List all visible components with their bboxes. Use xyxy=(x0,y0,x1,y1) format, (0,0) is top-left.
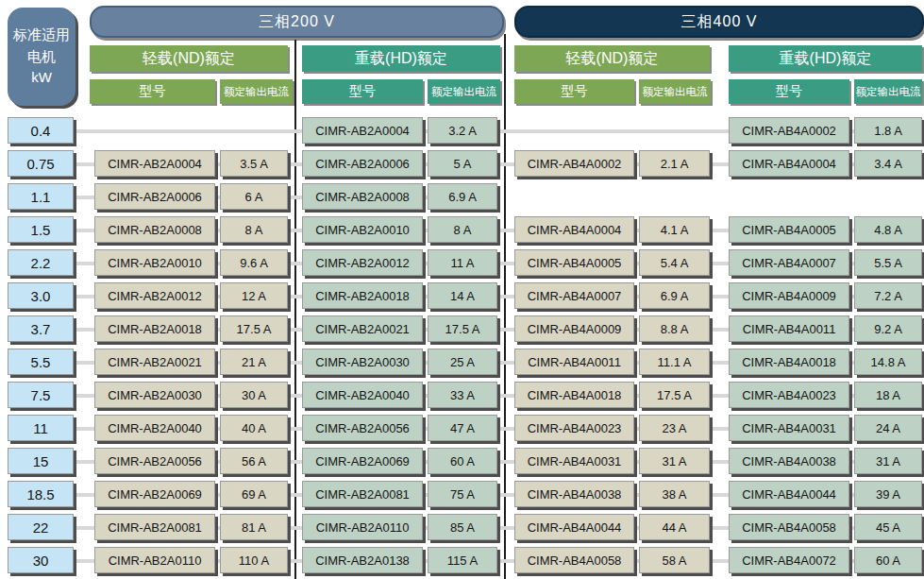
current-cell-nd400: 6.9 A xyxy=(639,282,710,309)
kw-cell: 18.5 xyxy=(8,481,74,507)
model-cell-nd200: CIMR-AB2A0040 xyxy=(94,415,215,441)
current-cell-hd200: 8 A xyxy=(428,216,497,243)
current-cell-nd200: 9.6 A xyxy=(220,249,288,276)
model-cell-hd200: CIMR-AB2A0110 xyxy=(302,514,423,540)
current-cell-hd400: 14.8 A xyxy=(854,349,922,375)
current-cell-hd400: 4.8 A xyxy=(854,216,922,243)
model-cell-nd200: CIMR-AB2A0110 xyxy=(94,547,215,573)
model-cell-nd200: CIMR-AB2A0012 xyxy=(94,282,215,309)
model-cell-nd400: CIMR-AB4A0018 xyxy=(514,382,634,408)
kw-header-line3: kW xyxy=(31,67,52,89)
model-cell-nd400: CIMR-AB4A0002 xyxy=(514,150,634,177)
current-cell-nd200: 6 A xyxy=(220,183,288,210)
table-row: 18.5CIMR-AB2A006969 ACIMR-AB2A008175 ACI… xyxy=(0,479,924,512)
model-cell-hd400: CIMR-AB4A0023 xyxy=(729,382,849,408)
current-cell-nd400: 5.4 A xyxy=(639,249,710,276)
table-row: 1.1CIMR-AB2A00066 ACIMR-AB2A00086.9 A xyxy=(0,181,924,214)
model-cell-hd200: CIMR-AB2A0006 xyxy=(302,150,423,177)
subheader-model-hd200: 型号 xyxy=(302,79,423,104)
subheader-current-nd400: 额定输出电流 xyxy=(639,79,711,104)
current-cell-hd200: 6.9 A xyxy=(428,183,497,210)
model-cell-nd200: CIMR-AB2A0069 xyxy=(94,481,215,507)
current-cell-hd200: 33 A xyxy=(428,382,497,408)
motor-inverter-selection-diagram: 标准适用 电机 kW 三相200 V 三相400 V 轻载(ND)额定 重载(H… xyxy=(0,0,924,579)
model-cell-hd400: CIMR-AB4A0038 xyxy=(729,448,849,474)
current-cell-hd200: 14 A xyxy=(428,282,497,309)
table-row: 11CIMR-AB2A004040 ACIMR-AB2A005647 ACIMR… xyxy=(0,413,924,446)
model-cell-nd200: CIMR-AB2A0008 xyxy=(94,216,215,243)
model-cell-hd200: CIMR-AB2A0069 xyxy=(302,448,423,474)
current-cell-nd400: 4.1 A xyxy=(639,216,710,243)
kw-cell: 1.1 xyxy=(8,183,74,210)
header-three-phase-200v: 三相200 V xyxy=(90,6,504,38)
current-cell-nd200: 56 A xyxy=(220,448,288,474)
current-cell-nd400: 38 A xyxy=(639,481,710,507)
table-row: 0.75CIMR-AB2A00043.5 ACIMR-AB2A00065 ACI… xyxy=(0,148,924,181)
current-cell-hd400: 24 A xyxy=(854,415,922,441)
header-three-phase-400v: 三相400 V xyxy=(514,6,924,38)
kw-header-line2: 电机 xyxy=(27,46,56,68)
current-cell-hd200: 60 A xyxy=(428,448,497,474)
current-cell-nd200: 12 A xyxy=(220,282,288,309)
current-cell-hd400: 18 A xyxy=(854,382,922,408)
kw-cell: 11 xyxy=(8,415,74,441)
current-cell-nd400: 11.1 A xyxy=(639,349,710,375)
current-cell-nd200: 81 A xyxy=(220,514,288,540)
model-cell-hd400: CIMR-AB4A0072 xyxy=(729,547,849,573)
model-cell-hd200: CIMR-AB2A0056 xyxy=(302,415,423,441)
current-cell-nd400: 31 A xyxy=(639,448,710,474)
model-cell-nd200: CIMR-AB2A0056 xyxy=(94,448,215,474)
subheader-model-nd200: 型号 xyxy=(90,79,215,104)
kw-cell: 1.5 xyxy=(8,216,74,243)
table-row: 1.5CIMR-AB2A00088 ACIMR-AB2A00108 ACIMR-… xyxy=(0,214,924,247)
model-cell-nd200: CIMR-AB2A0030 xyxy=(94,382,215,408)
current-cell-hd200: 3.2 A xyxy=(428,117,497,144)
subheader-current-nd200: 额定输出电流 xyxy=(220,79,293,104)
kw-cell: 0.75 xyxy=(8,150,74,177)
model-cell-hd400: CIMR-AB4A0031 xyxy=(729,415,849,441)
kw-cell: 3.7 xyxy=(8,315,74,342)
current-cell-hd400: 3.4 A xyxy=(854,150,922,177)
model-cell-hd200: CIMR-AB2A0030 xyxy=(302,349,423,375)
model-cell-nd200: CIMR-AB2A0081 xyxy=(94,514,215,540)
model-cell-nd400: CIMR-AB4A0004 xyxy=(514,216,634,243)
model-cell-nd200: CIMR-AB2A0004 xyxy=(94,150,215,177)
model-cell-hd400: CIMR-AB4A0004 xyxy=(729,150,849,177)
table-row: 22CIMR-AB2A008181 ACIMR-AB2A011085 ACIMR… xyxy=(0,512,924,545)
subheader-current-hd400: 额定输出电流 xyxy=(854,79,922,104)
model-cell-nd400: CIMR-AB4A0007 xyxy=(514,282,634,309)
current-cell-hd200: 115 A xyxy=(428,547,497,573)
current-cell-hd200: 17.5 A xyxy=(428,315,497,342)
table-row: 3.0CIMR-AB2A001212 ACIMR-AB2A001814 ACIM… xyxy=(0,281,924,314)
kw-cell: 2.2 xyxy=(8,249,74,276)
model-cell-hd200: CIMR-AB2A0010 xyxy=(302,216,423,243)
current-cell-nd400: 23 A xyxy=(639,415,710,441)
kw-cell: 30 xyxy=(8,547,74,573)
model-cell-hd400: CIMR-AB4A0002 xyxy=(729,117,849,144)
header-hd-rating-400v: 重载(HD)额定 xyxy=(729,45,922,72)
subheader-model-nd400: 型号 xyxy=(514,79,634,104)
current-cell-nd200: 40 A xyxy=(220,415,288,441)
kw-cell: 5.5 xyxy=(8,349,74,375)
current-cell-nd200: 17.5 A xyxy=(220,315,288,342)
current-cell-hd400: 60 A xyxy=(854,547,922,573)
model-cell-nd400: CIMR-AB4A0009 xyxy=(514,315,634,342)
current-cell-nd200: 69 A xyxy=(220,481,288,507)
model-cell-nd400: CIMR-AB4A0044 xyxy=(514,514,634,540)
current-cell-nd200: 30 A xyxy=(220,382,288,408)
current-cell-hd400: 1.8 A xyxy=(854,117,922,144)
table-row: 30CIMR-AB2A0110110 ACIMR-AB2A0138115 ACI… xyxy=(0,545,924,578)
model-cell-hd200: CIMR-AB2A0018 xyxy=(302,282,423,309)
kw-cell: 3.0 xyxy=(8,282,74,309)
current-cell-hd400: 9.2 A xyxy=(854,315,922,342)
model-cell-hd200: CIMR-AB2A0040 xyxy=(302,382,423,408)
kw-column-header: 标准适用 电机 kW xyxy=(8,8,76,106)
model-cell-hd400: CIMR-AB4A0009 xyxy=(729,282,849,309)
model-cell-nd400: CIMR-AB4A0058 xyxy=(514,547,634,573)
kw-cell: 22 xyxy=(8,514,74,540)
model-cell-hd200: CIMR-AB2A0081 xyxy=(302,481,423,507)
table-row: 5.5CIMR-AB2A002121 ACIMR-AB2A003025 ACIM… xyxy=(0,347,924,380)
current-cell-hd200: 25 A xyxy=(428,349,497,375)
model-cell-nd200: CIMR-AB2A0021 xyxy=(94,349,215,375)
model-cell-hd400: CIMR-AB4A0058 xyxy=(729,514,849,540)
